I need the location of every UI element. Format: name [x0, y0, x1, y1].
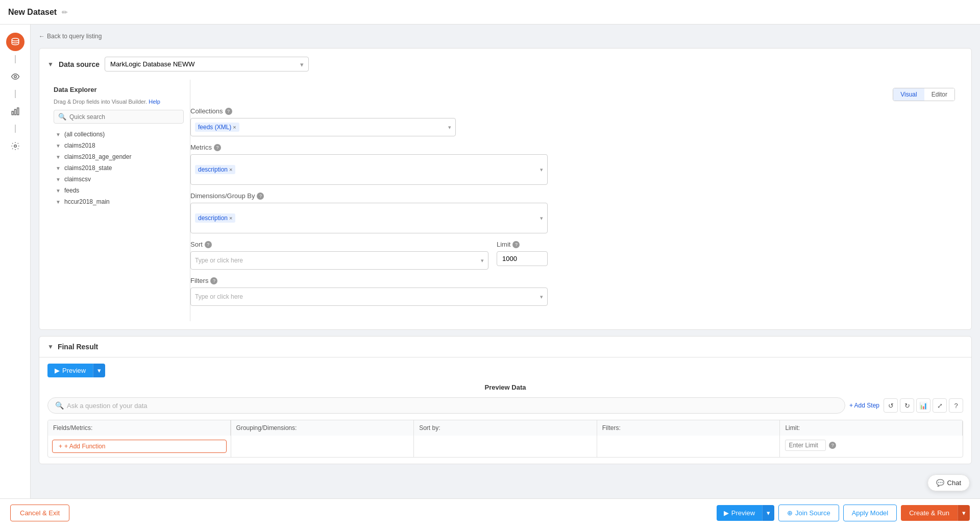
collections-tag-feeds: feeds (XML) × [195, 123, 239, 132]
create-run-button[interactable]: Create & Run [901, 505, 958, 521]
limit-input[interactable] [497, 251, 548, 266]
tree-item-all[interactable]: ▼ (all collections) [54, 129, 184, 140]
tree-item-feeds[interactable]: ▼ feeds [54, 185, 184, 196]
dimensions-tag-remove[interactable]: × [229, 215, 232, 221]
toolbar-reset-btn[interactable]: ↻ [900, 398, 914, 413]
fields-area: Visual Editor Collections ? feeds (XML) [190, 80, 963, 321]
bottom-right: ▶ Preview ▾ ⊕ Join Source Apply Model Cr… [717, 505, 970, 521]
sort-select[interactable]: Type or click here ▾ [190, 251, 488, 270]
join-source-button[interactable]: ⊕ Join Source [778, 505, 839, 521]
metrics-row: Metrics ? description × ▾ [190, 143, 955, 185]
preview-button[interactable]: ▶ Preview [47, 364, 93, 377]
metrics-tag-remove[interactable]: × [229, 166, 232, 173]
sort-limit-row: Sort ? Type or click here ▾ Limit [190, 241, 548, 270]
tree-label-claims2018: claims2018 [64, 142, 95, 149]
metrics-help-icon[interactable]: ? [214, 144, 221, 151]
tree-chevron-claims2018-state: ▼ [56, 165, 62, 171]
collections-label: Collections ? [190, 107, 955, 115]
bottom-left: Cancel & Exit [10, 505, 69, 521]
tree-chevron-claims2018-age: ▼ [56, 154, 62, 160]
data-explorer-title: Data Explorer [54, 86, 184, 93]
add-step-button[interactable]: + Add Step [849, 402, 879, 409]
tree-item-claims2018-state[interactable]: ▼ claims2018_state [54, 162, 184, 174]
cancel-exit-button[interactable]: Cancel & Exit [10, 505, 69, 521]
collections-tag-remove[interactable]: × [233, 124, 236, 130]
sidebar-icon-gear[interactable] [6, 137, 24, 155]
table-col-grouping: Grouping/Dimensions: [231, 420, 414, 457]
toolbar-help-btn[interactable]: ? [949, 398, 963, 413]
toolbar-refresh-btn[interactable]: ↺ [884, 398, 898, 413]
limit-help-icon[interactable]: ? [512, 241, 520, 248]
dimensions-tag-description: description × [195, 213, 235, 223]
inner-layout: Data Explorer Drag & Drop fields into Vi… [47, 80, 963, 321]
edit-icon[interactable]: ✏ [62, 8, 68, 16]
help-link[interactable]: Help [149, 99, 160, 105]
dimensions-chevron-icon: ▾ [540, 215, 543, 222]
toolbar-chart-btn[interactable]: 📊 [916, 398, 930, 413]
toolbar-expand-btn[interactable]: ⤢ [933, 398, 947, 413]
data-source-chevron[interactable]: ▼ [47, 61, 54, 68]
collections-row: Collections ? feeds (XML) × ▾ [190, 107, 955, 136]
sidebar-icon-eye[interactable] [6, 67, 24, 86]
dimensions-help-icon[interactable]: ? [257, 193, 264, 200]
preview-btn-chevron[interactable]: ▾ [93, 364, 105, 377]
tree-item-hccur[interactable]: ▼ hccur2018_main [54, 196, 184, 207]
col-header-filters: Filters: [597, 420, 780, 436]
data-source-section: ▼ Data source MarkLogic Database NEWW Da… [39, 48, 972, 330]
bottom-spacer [39, 470, 972, 501]
dimensions-select[interactable]: description × ▾ [190, 203, 548, 233]
ai-placeholder: Ask a question of your data [67, 402, 148, 410]
data-explorer-panel: Data Explorer Drag & Drop fields into Vi… [47, 80, 190, 321]
sort-field: Sort ? Type or click here ▾ [190, 241, 488, 270]
sort-chevron-icon: ▾ [481, 257, 484, 264]
metrics-select[interactable]: description × ▾ [190, 154, 548, 185]
table-header-row: Fields/Metrics: + + Add Function Groupin… [47, 420, 963, 458]
create-run-group: Create & Run ▾ [901, 505, 970, 521]
top-bar: New Dataset ✏ [0, 0, 980, 25]
main-layout: ← Back to query listing ▼ Data source Ma… [0, 25, 980, 527]
tree-chevron-feeds: ▼ [56, 188, 62, 194]
filters-select[interactable]: Type or click here ▾ [190, 288, 548, 306]
svg-rect-2 [12, 111, 13, 115]
ai-input[interactable]: 🔍 Ask a question of your data [47, 397, 845, 414]
preview-data-title: Preview Data [47, 384, 963, 391]
create-run-chevron[interactable]: ▾ [958, 505, 970, 521]
collections-help-icon[interactable]: ? [225, 108, 232, 115]
preview-bottom-chevron[interactable]: ▾ [762, 505, 774, 521]
sidebar-icon-database[interactable] [6, 33, 24, 51]
plus-icon: + [59, 443, 62, 450]
preview-bottom-button[interactable]: ▶ Preview [717, 505, 762, 521]
tree-chevron-claimscsv: ▼ [56, 177, 62, 182]
limit-field: Limit ? [497, 241, 548, 270]
final-result-chevron[interactable]: ▼ [47, 343, 54, 350]
sidebar-icon-chart[interactable] [6, 102, 24, 121]
collections-select[interactable]: feeds (XML) × ▾ [190, 118, 456, 136]
data-source-select[interactable]: MarkLogic Database NEWW [105, 57, 309, 71]
tree-item-claimscsv[interactable]: ▼ claimscsv [54, 174, 184, 185]
ai-input-row: 🔍 Ask a question of your data + Add Step… [47, 397, 963, 414]
limit-cell: ? [780, 436, 963, 455]
back-link[interactable]: ← Back to query listing [39, 33, 972, 40]
ai-icon: 🔍 [55, 401, 64, 410]
editor-view-btn[interactable]: Editor [924, 88, 954, 101]
tree-label-hccur: hccur2018_main [64, 198, 110, 205]
play-icon: ▶ [55, 367, 60, 374]
sort-help-icon[interactable]: ? [205, 241, 212, 248]
chat-icon: 💬 [936, 479, 944, 487]
tree-item-claims2018-age[interactable]: ▼ claims2018_age_gender [54, 151, 184, 162]
limit-label: Limit ? [497, 241, 548, 248]
chat-button[interactable]: 💬 Chat [927, 474, 970, 491]
limit-table-input[interactable] [785, 440, 826, 451]
filters-help-icon[interactable]: ? [210, 277, 217, 284]
visual-view-btn[interactable]: Visual [893, 88, 924, 101]
sort-label: Sort ? [190, 241, 488, 248]
back-arrow-icon: ← [39, 33, 45, 40]
search-box[interactable]: 🔍 [54, 110, 184, 124]
apply-model-button[interactable]: Apply Model [843, 505, 897, 521]
col-header-limit: Limit: [780, 420, 963, 436]
add-function-button[interactable]: + + Add Function [52, 440, 227, 453]
search-input[interactable] [69, 113, 179, 121]
limit-table-help-icon[interactable]: ? [829, 442, 836, 449]
svg-point-0 [12, 38, 19, 41]
tree-item-claims2018[interactable]: ▼ claims2018 [54, 140, 184, 151]
